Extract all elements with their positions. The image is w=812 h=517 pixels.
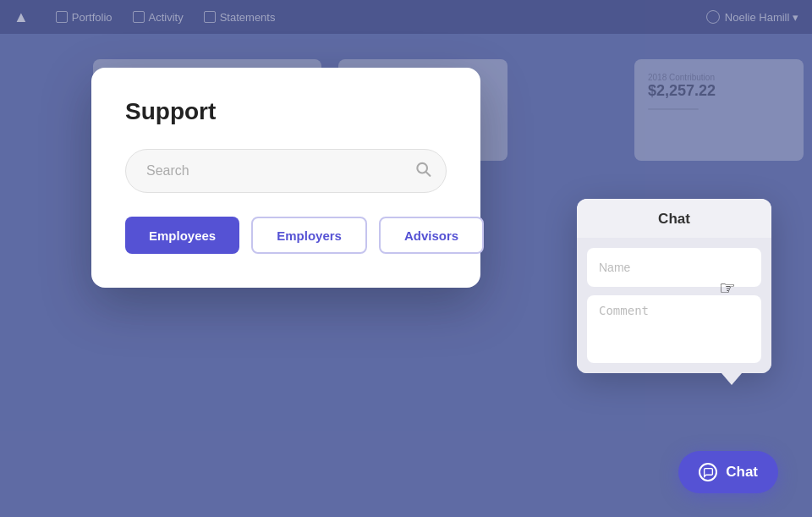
chat-comment-input[interactable] bbox=[587, 295, 761, 363]
chat-popup-header: Chat bbox=[577, 199, 771, 238]
chat-btn-bubble-icon bbox=[699, 463, 717, 481]
support-title: Support bbox=[125, 98, 447, 125]
chat-popup: Chat bbox=[577, 199, 771, 373]
filter-buttons: Employees Employers Advisors bbox=[125, 217, 447, 254]
chat-name-input[interactable] bbox=[587, 248, 761, 287]
search-wrapper bbox=[125, 149, 447, 193]
filter-employers-button[interactable]: Employers bbox=[251, 217, 367, 254]
chat-popup-body bbox=[577, 238, 771, 373]
filter-advisors-button[interactable]: Advisors bbox=[379, 217, 484, 254]
chat-button[interactable]: Chat bbox=[678, 451, 778, 493]
filter-employees-button[interactable]: Employees bbox=[125, 217, 239, 254]
chat-popup-title: Chat bbox=[658, 211, 690, 227]
search-input[interactable] bbox=[125, 149, 447, 193]
chat-button-label: Chat bbox=[726, 464, 758, 481]
search-icon bbox=[414, 161, 431, 182]
svg-line-1 bbox=[426, 172, 431, 176]
support-modal: Support Employees Employers Advisors bbox=[91, 68, 480, 288]
